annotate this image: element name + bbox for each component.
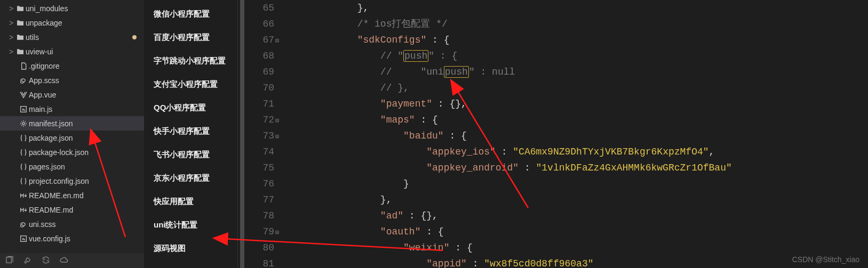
file-pages.json[interactable]: pages.json xyxy=(0,159,144,174)
code-editor[interactable]: 6566676869707172737475767778798081 }, /*… xyxy=(238,0,868,268)
fold-marker[interactable] xyxy=(275,256,285,268)
code-line[interactable]: } xyxy=(288,176,868,192)
fold-marker[interactable] xyxy=(275,160,285,176)
chevron-right-icon[interactable]: > xyxy=(7,47,15,56)
file-uni.scss[interactable]: uni.scss xyxy=(0,217,144,231)
line-number: 72 xyxy=(244,112,274,128)
json-b-icon xyxy=(18,134,29,142)
fold-marker[interactable] xyxy=(275,240,285,256)
code-line[interactable]: // }, xyxy=(288,80,868,96)
tree-item-label: package.json xyxy=(29,134,73,142)
folder-utils[interactable]: >utils xyxy=(0,30,144,44)
vue-icon xyxy=(18,91,29,99)
file-.gitignore[interactable]: .gitignore xyxy=(0,59,144,73)
tree-item-label: uni.scss xyxy=(29,220,56,229)
fold-marker[interactable] xyxy=(275,128,285,144)
sync-icon[interactable] xyxy=(42,256,50,266)
fold-marker[interactable] xyxy=(275,0,285,16)
md-icon xyxy=(18,206,29,214)
fold-marker[interactable] xyxy=(275,32,285,48)
folder-unpackage[interactable]: >unpackage xyxy=(0,15,144,30)
chevron-right-icon[interactable]: > xyxy=(7,19,15,27)
tree-item-label: project.config.json xyxy=(29,177,89,185)
fold-marker[interactable] xyxy=(275,176,285,192)
folder-uview-ui[interactable]: >uview-ui xyxy=(0,44,144,59)
file-explorer: >uni_modules>unpackage>utils>uview-ui.gi… xyxy=(0,0,144,268)
line-number-gutter: 6566676869707172737475767778798081 xyxy=(244,0,274,268)
file-App.scss[interactable]: App.scss xyxy=(0,73,144,87)
fold-marker[interactable] xyxy=(275,144,285,160)
fold-marker[interactable] xyxy=(275,192,285,208)
folder-icon xyxy=(15,47,26,56)
fold-marker[interactable] xyxy=(275,96,285,112)
fold-marker[interactable] xyxy=(275,224,285,240)
line-number: 70 xyxy=(244,80,274,96)
outline-item-0[interactable]: 微信小程序配置 xyxy=(144,2,237,26)
fold-marker[interactable] xyxy=(275,208,285,224)
cloud-icon[interactable] xyxy=(60,256,68,266)
tree-item-label: App.scss xyxy=(29,76,59,85)
outline-item-8[interactable]: 快应用配置 xyxy=(144,190,237,213)
tree-item-label: pages.json xyxy=(29,163,65,171)
file-manifest.json[interactable]: manifest.json xyxy=(0,116,144,131)
outline-item-4[interactable]: QQ小程序配置 xyxy=(144,96,237,119)
code-line[interactable]: "appkey_ios" : "CA6mx9NZ9DhTYxjVKB7Bkgr6… xyxy=(288,144,868,160)
file-package-lock.json[interactable]: package-lock.json xyxy=(0,145,144,159)
code-line[interactable]: "appkey_android" : "1vlnkDFaZz4GxAHMMk6k… xyxy=(288,160,868,176)
code-line[interactable]: "ad" : {}, xyxy=(288,208,868,224)
outline-item-3[interactable]: 支付宝小程序配置 xyxy=(144,72,237,96)
line-number: 74 xyxy=(244,144,274,160)
file-main.js[interactable]: main.js xyxy=(0,102,144,116)
outline-item-5[interactable]: 快手小程序配置 xyxy=(144,119,237,143)
tree-item-label: utils xyxy=(26,33,39,42)
wrench-icon[interactable] xyxy=(23,256,32,266)
editor-scrollbar[interactable] xyxy=(240,0,244,268)
outline-item-9[interactable]: uni统计配置 xyxy=(144,213,237,237)
code-line[interactable]: "maps" : { xyxy=(288,112,868,128)
line-number: 79 xyxy=(244,224,274,240)
outline-item-7[interactable]: 京东小程序配置 xyxy=(144,166,237,190)
tree-item-label: manifest.json xyxy=(29,119,73,128)
code-line[interactable]: }, xyxy=(288,0,868,16)
code-line[interactable]: // "push" : { xyxy=(288,48,868,64)
code-line[interactable]: }, xyxy=(288,192,868,208)
line-number: 75 xyxy=(244,160,274,176)
outline-item-6[interactable]: 飞书小程序配置 xyxy=(144,143,237,166)
outline-panel: 微信小程序配置百度小程序配置字节跳动小程序配置支付宝小程序配置QQ小程序配置快手… xyxy=(144,0,238,268)
fold-column xyxy=(275,0,285,268)
code-content[interactable]: }, /* ios打包配置 */ "sdkConfigs" : { // "pu… xyxy=(288,0,868,268)
folder-uni_modules[interactable]: >uni_modules xyxy=(0,1,144,15)
outline-item-1[interactable]: 百度小程序配置 xyxy=(144,26,237,49)
line-number: 67 xyxy=(244,32,274,48)
fold-marker[interactable] xyxy=(275,48,285,64)
fold-marker[interactable] xyxy=(275,112,285,128)
fold-marker[interactable] xyxy=(275,80,285,96)
file-project.config.json[interactable]: project.config.json xyxy=(0,174,144,188)
file-vue.config.js[interactable]: vue.config.js xyxy=(0,231,144,246)
code-line[interactable]: /* ios打包配置 */ xyxy=(288,16,868,32)
chevron-right-icon[interactable]: > xyxy=(7,4,15,13)
chevron-right-icon[interactable]: > xyxy=(7,33,15,42)
json-icon xyxy=(18,119,29,128)
file-README.en.md[interactable]: README.en.md xyxy=(0,188,144,202)
code-line[interactable]: "baidu" : { xyxy=(288,128,868,144)
tree-item-label: package-lock.json xyxy=(29,148,89,157)
code-line[interactable]: "weixin" : { xyxy=(288,240,868,256)
outline-item-2[interactable]: 字节跳动小程序配置 xyxy=(144,49,237,72)
file-package.json[interactable]: package.json xyxy=(0,131,144,145)
js-icon xyxy=(18,105,29,113)
outline-item-10[interactable]: 源码视图 xyxy=(144,237,237,260)
fold-marker[interactable] xyxy=(275,64,285,80)
file-README.md[interactable]: README.md xyxy=(0,202,144,217)
code-line[interactable]: "oauth" : { xyxy=(288,224,868,240)
code-line[interactable]: "payment" : {}, xyxy=(288,96,868,112)
folder-icon xyxy=(15,33,26,42)
file-App.vue[interactable]: App.vue xyxy=(0,87,144,102)
code-line[interactable]: "appid" : "wx8f5cd0d8ff960a3" xyxy=(288,256,868,268)
code-line[interactable]: // "unipush" : null xyxy=(288,64,868,80)
files-icon[interactable] xyxy=(5,256,14,266)
fold-marker[interactable] xyxy=(275,16,285,32)
scss-icon xyxy=(18,220,29,229)
explorer-footer xyxy=(0,253,144,268)
code-line[interactable]: "sdkConfigs" : { xyxy=(288,32,868,48)
